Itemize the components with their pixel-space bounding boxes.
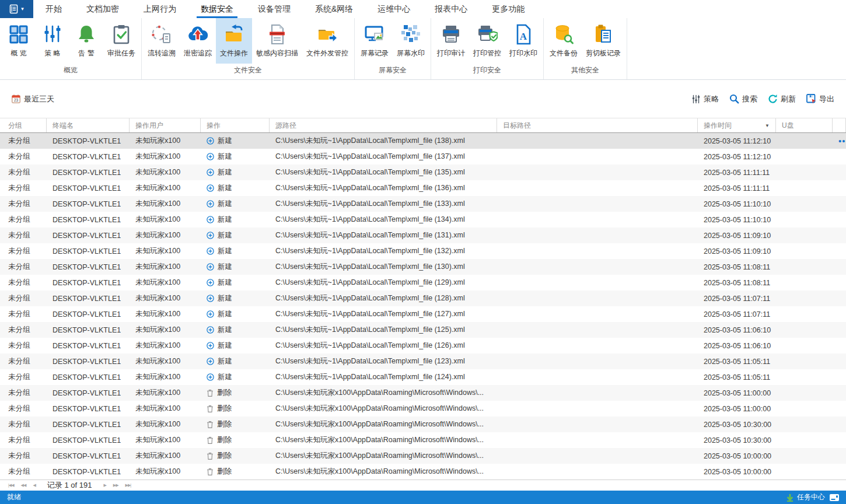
ribbon-item-print-audit[interactable]: 打印审计 bbox=[433, 18, 469, 64]
plus-circle-icon bbox=[207, 358, 214, 365]
date-filter-button[interactable]: 23 最近三天 bbox=[12, 94, 54, 104]
table-row[interactable]: 未分组DESKTOP-VLKTLE1未知玩家x100新建C:\Users\未知玩… bbox=[0, 322, 846, 338]
ribbon-item-print-control[interactable]: 打印管控 bbox=[469, 18, 505, 64]
cell-operation: 新建 bbox=[201, 278, 270, 288]
table-row[interactable]: 未分组DESKTOP-VLKTLE1未知玩家x100新建C:\Users\未知玩… bbox=[0, 164, 846, 180]
column-header-group[interactable]: 分组 bbox=[0, 118, 47, 132]
cell-time: 2025-03-05 11:08:11 bbox=[698, 279, 776, 287]
ribbon-item-print-watermark[interactable]: A打印水印 bbox=[505, 18, 541, 64]
table-row[interactable]: 未分组DESKTOP-VLKTLE1未知玩家x100新建C:\Users\未知玩… bbox=[0, 228, 846, 243]
table-row[interactable]: 未分组DESKTOP-VLKTLE1未知玩家x100新建C:\Users\未知玩… bbox=[0, 306, 846, 322]
menu-tab-home[interactable]: 开始 bbox=[33, 0, 74, 18]
menu-tab-more-features[interactable]: 更多功能 bbox=[480, 0, 537, 18]
cell-group: 未分组 bbox=[0, 341, 47, 351]
ribbon-item-screen-record[interactable]: 屏幕记录 bbox=[356, 18, 393, 64]
menu-tab-report-center[interactable]: 报表中心 bbox=[422, 0, 480, 18]
plus-circle-icon bbox=[207, 310, 214, 318]
table-row[interactable]: 未分组DESKTOP-VLKTLE1未知玩家x100删除C:\Users\未知玩… bbox=[0, 448, 846, 464]
ribbon-item-overview[interactable]: 概 览 bbox=[2, 18, 36, 64]
policy-button[interactable]: 策略 bbox=[691, 94, 719, 104]
page-fast-next-button[interactable]: ▶▶ bbox=[110, 483, 122, 488]
table-row[interactable]: 未分组DESKTOP-VLKTLE1未知玩家x100新建C:\Users\未知玩… bbox=[0, 354, 846, 369]
ribbon-item-clipboard-record[interactable]: 剪切板记录 bbox=[582, 18, 625, 64]
ribbon-item-leak-track[interactable]: 泄密追踪 bbox=[180, 18, 216, 64]
menu-tab-ops-center[interactable]: 运维中心 bbox=[365, 0, 422, 18]
plus-circle-icon bbox=[207, 247, 214, 255]
ribbon-item-file-outgoing[interactable]: 文件外发管控 bbox=[302, 18, 352, 64]
cell-group: 未分组 bbox=[0, 467, 47, 477]
cell-operation: 新建 bbox=[201, 293, 270, 303]
table-row[interactable]: 未分组DESKTOP-VLKTLE1未知玩家x100新建C:\Users\未知玩… bbox=[0, 196, 846, 212]
menu-tab-device-mgmt[interactable]: 设备管理 bbox=[246, 0, 303, 18]
column-header-terminal[interactable]: 终端名 bbox=[47, 118, 130, 132]
menu-tab-web-behavior[interactable]: 上网行为 bbox=[131, 0, 188, 18]
date-filter-label: 最近三天 bbox=[24, 94, 54, 104]
column-header-time[interactable]: 操作时间▼ bbox=[698, 118, 776, 132]
export-button[interactable]: 导出 bbox=[806, 94, 834, 104]
column-header-usb[interactable]: U盘 bbox=[776, 118, 833, 132]
ribbon-item-label: 文件操作 bbox=[220, 48, 248, 58]
cell-source: C:\Users\未知玩家x100\AppData\Roaming\Micros… bbox=[270, 404, 497, 414]
search-button[interactable]: 搜索 bbox=[729, 94, 757, 104]
menu-tab-system-network[interactable]: 系统&网络 bbox=[303, 0, 365, 18]
table-row[interactable]: 未分组DESKTOP-VLKTLE1未知玩家x100新建C:\Users\未知玩… bbox=[0, 259, 846, 275]
menu-tab-doc-encrypt[interactable]: 文档加密 bbox=[74, 0, 131, 18]
page-next-button[interactable]: ▶ bbox=[100, 483, 109, 488]
message-icon[interactable] bbox=[830, 494, 839, 501]
cell-operation: 删除 bbox=[201, 404, 270, 414]
menu-tab-data-security[interactable]: 数据安全 bbox=[188, 0, 246, 18]
page-first-button[interactable]: |◀◀ bbox=[5, 483, 18, 488]
refresh-button[interactable]: 刷新 bbox=[768, 94, 796, 104]
cell-group: 未分组 bbox=[0, 419, 47, 429]
trash-icon bbox=[207, 405, 214, 412]
page-fast-prev-button[interactable]: ◀◀ bbox=[18, 483, 30, 488]
table-row[interactable]: 未分组DESKTOP-VLKTLE1未知玩家x100新建C:\Users\未知玩… bbox=[0, 275, 846, 290]
ribbon-item-label: 告 警 bbox=[78, 48, 94, 58]
table-row[interactable]: 未分组DESKTOP-VLKTLE1未知玩家x100删除C:\Users\未知玩… bbox=[0, 464, 846, 480]
row-more-button[interactable]: ••• bbox=[833, 138, 846, 144]
ribbon-item-policy[interactable]: 策 略 bbox=[36, 18, 69, 64]
cell-group: 未分组 bbox=[0, 278, 47, 288]
cell-source: C:\Users\未知玩~1\AppData\Local\Temp\xml_fi… bbox=[270, 215, 497, 225]
cell-user: 未知玩家x100 bbox=[130, 278, 201, 288]
ribbon-item-file-operations[interactable]: 文件操作 bbox=[216, 18, 252, 64]
cell-time: 2025-03-05 11:06:10 bbox=[698, 326, 776, 334]
table-row[interactable]: 未分组DESKTOP-VLKTLE1未知玩家x100新建C:\Users\未知玩… bbox=[0, 133, 846, 149]
table-row[interactable]: 未分组DESKTOP-VLKTLE1未知玩家x100删除C:\Users\未知玩… bbox=[0, 401, 846, 416]
cell-source: C:\Users\未知玩~1\AppData\Local\Temp\xml_fi… bbox=[270, 293, 497, 303]
page-prev-button[interactable]: ◀ bbox=[29, 483, 39, 488]
table-row[interactable]: 未分组DESKTOP-VLKTLE1未知玩家x100删除C:\Users\未知玩… bbox=[0, 432, 846, 448]
column-header-operation[interactable]: 操作 bbox=[201, 118, 270, 132]
ribbon-item-sensitive-scan[interactable]: 敏感内容扫描 bbox=[252, 18, 302, 64]
table-row[interactable]: 未分组DESKTOP-VLKTLE1未知玩家x100新建C:\Users\未知玩… bbox=[0, 149, 846, 164]
cell-terminal: DESKTOP-VLKTLE1 bbox=[47, 279, 130, 287]
alert-icon bbox=[76, 22, 97, 47]
ribbon-item-screen-watermark[interactable]: 屏幕水印 bbox=[393, 18, 429, 64]
column-header-target[interactable]: 目标路径 bbox=[497, 118, 698, 132]
table-row[interactable]: 未分组DESKTOP-VLKTLE1未知玩家x100新建C:\Users\未知玩… bbox=[0, 212, 846, 228]
column-header-actions[interactable] bbox=[833, 118, 846, 132]
ribbon-item-flow-trace[interactable]: 流转追溯 bbox=[144, 18, 180, 64]
task-center-button[interactable]: 任务中心 bbox=[786, 492, 825, 502]
table-row[interactable]: 未分组DESKTOP-VLKTLE1未知玩家x100删除C:\Users\未知玩… bbox=[0, 385, 846, 401]
cell-user: 未知玩家x100 bbox=[130, 419, 201, 429]
table-row[interactable]: 未分组DESKTOP-VLKTLE1未知玩家x100新建C:\Users\未知玩… bbox=[0, 369, 846, 385]
cell-source: C:\Users\未知玩~1\AppData\Local\Temp\xml_fi… bbox=[270, 341, 497, 351]
cell-source: C:\Users\未知玩~1\AppData\Local\Temp\xml_fi… bbox=[270, 309, 497, 319]
table-row[interactable]: 未分组DESKTOP-VLKTLE1未知玩家x100删除C:\Users\未知玩… bbox=[0, 416, 846, 432]
table-row[interactable]: 未分组DESKTOP-VLKTLE1未知玩家x100新建C:\Users\未知玩… bbox=[0, 290, 846, 306]
table-row[interactable]: 未分组DESKTOP-VLKTLE1未知玩家x100新建C:\Users\未知玩… bbox=[0, 338, 846, 354]
column-header-user[interactable]: 操作用户 bbox=[130, 118, 201, 132]
table-row[interactable]: 未分组DESKTOP-VLKTLE1未知玩家x100新建C:\Users\未知玩… bbox=[0, 243, 846, 259]
cell-terminal: DESKTOP-VLKTLE1 bbox=[47, 326, 130, 334]
calendar-icon: 23 bbox=[12, 94, 20, 103]
table-row[interactable]: 未分组DESKTOP-VLKTLE1未知玩家x100新建C:\Users\未知玩… bbox=[0, 180, 846, 196]
ribbon-item-alert[interactable]: 告 警 bbox=[69, 18, 103, 64]
app-menu-button[interactable]: ▼ bbox=[0, 0, 33, 18]
ribbon-item-file-backup[interactable]: 文件备份 bbox=[546, 18, 582, 64]
cell-terminal: DESKTOP-VLKTLE1 bbox=[47, 405, 130, 413]
column-header-source[interactable]: 源路径 bbox=[270, 118, 497, 132]
page-last-button[interactable]: ▶▶| bbox=[122, 483, 135, 488]
ribbon-item-approval-tasks[interactable]: 审批任务 bbox=[103, 18, 139, 64]
cell-time: 2025-03-05 11:11:11 bbox=[698, 184, 776, 192]
